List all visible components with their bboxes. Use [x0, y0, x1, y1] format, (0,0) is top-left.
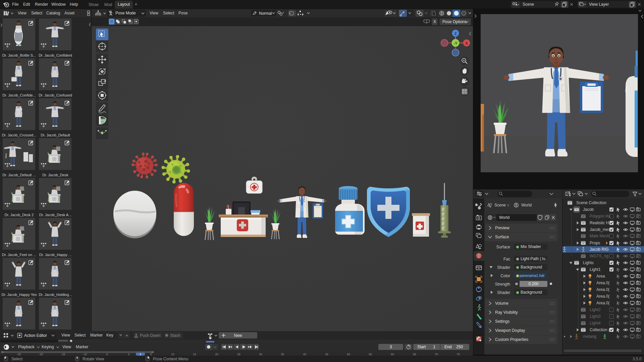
svg-text:Area.0(: Area.0( — [596, 287, 609, 292]
svg-text:3: 3 — [140, 353, 141, 356]
svg-text:Jacob: Jacob — [583, 207, 594, 212]
svg-text:15: 15 — [193, 353, 196, 356]
svg-text:Scene Collection: Scene Collection — [576, 200, 606, 205]
svg-text:0: 0 — [128, 353, 130, 356]
svg-text:5: 5 — [150, 353, 152, 356]
svg-text:Area: Area — [596, 274, 605, 279]
svg-text:-Y: -Y — [454, 41, 458, 45]
svg-text:50: 50 — [347, 353, 350, 356]
svg-text:Collection (: Collection ( — [590, 327, 610, 332]
svg-text:WGTS_rig: WGTS_rig — [590, 254, 608, 258]
svg-text:World: World — [521, 203, 532, 207]
svg-text:70: 70 — [435, 353, 438, 356]
svg-text:Light1: Light1 — [590, 267, 601, 272]
svg-text:metarig: metarig — [583, 334, 596, 339]
svg-text:20: 20 — [215, 353, 218, 356]
svg-text:-10: -10 — [83, 353, 87, 356]
svg-text:Light3: Light3 — [590, 314, 601, 319]
svg-text:Area.0(: Area.0( — [596, 301, 609, 305]
svg-text:60: 60 — [391, 353, 394, 356]
svg-text:Jacob RIG: Jacob RIG — [590, 247, 609, 252]
svg-text:45: 45 — [325, 353, 328, 356]
svg-text:25: 25 — [237, 353, 240, 356]
svg-text:55: 55 — [369, 353, 372, 356]
svg-text:40: 40 — [303, 353, 306, 356]
svg-text:35: 35 — [281, 353, 284, 356]
svg-text:30: 30 — [259, 353, 262, 356]
svg-text:Normal: Normal — [259, 11, 272, 16]
svg-text:Props: Props — [590, 241, 600, 245]
svg-text:Scene: Scene — [494, 203, 506, 207]
svg-text:-5: -5 — [105, 353, 108, 356]
svg-text:-20: -20 — [39, 353, 43, 356]
svg-text:X: X — [465, 41, 468, 45]
svg-text:Realistic H: Realistic H — [590, 221, 609, 225]
svg-text:Light2: Light2 — [590, 307, 601, 312]
svg-text:Area.0(: Area.0( — [596, 294, 609, 299]
svg-text:Light4: Light4 — [590, 321, 601, 325]
svg-text:Polygon Ha: Polygon Ha — [590, 214, 610, 219]
svg-text:75: 75 — [457, 353, 460, 356]
svg-text:-25: -25 — [17, 353, 21, 356]
svg-text:Male Mesh: Male Mesh — [590, 234, 609, 238]
svg-text:-15: -15 — [61, 353, 65, 356]
svg-text:Lights: Lights — [583, 260, 594, 265]
svg-text:Jacob_mesh: Jacob_mesh — [590, 227, 612, 232]
svg-text:Z: Z — [454, 32, 457, 36]
svg-text:Area.0(: Area.0( — [596, 281, 609, 285]
svg-text:65: 65 — [413, 353, 416, 356]
svg-text:10: 10 — [171, 353, 174, 356]
